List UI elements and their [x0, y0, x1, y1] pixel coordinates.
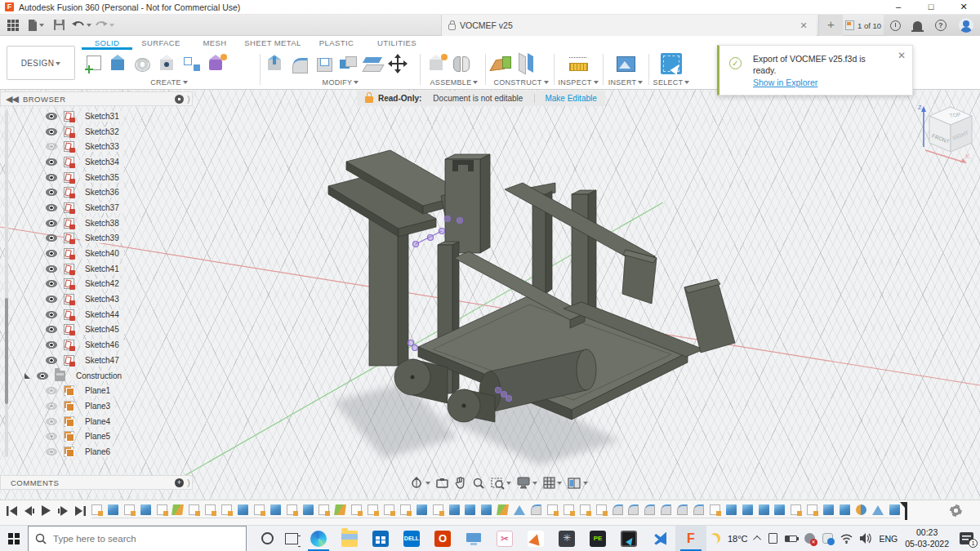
browser-item-sketch45[interactable]: Sketch45 — [0, 322, 193, 338]
visibility-eye-icon[interactable] — [46, 158, 57, 166]
sync-error-icon[interactable] — [804, 533, 815, 544]
taskbar-app-capture[interactable] — [613, 526, 644, 551]
sketch-feature-icon[interactable] — [254, 504, 265, 515]
start-button[interactable] — [0, 526, 28, 551]
taskbar-search[interactable] — [28, 526, 247, 551]
browser-item-sketch38[interactable]: Sketch38 — [0, 216, 193, 231]
plane-feature-icon[interactable] — [334, 504, 346, 515]
step-back-button[interactable] — [24, 506, 34, 516]
create-form-icon[interactable] — [206, 53, 227, 74]
extrude-feature-icon[interactable] — [759, 504, 769, 515]
browser-item-plane1[interactable]: Plane1 — [0, 383, 193, 398]
visibility-eye-icon[interactable] — [37, 372, 48, 380]
visibility-eye-icon[interactable] — [46, 357, 57, 364]
notification-close-icon[interactable]: ✕ — [898, 50, 906, 61]
fillet-feature-icon[interactable] — [531, 504, 541, 515]
sketch-feature-icon[interactable] — [710, 504, 720, 515]
tablet-mode-icon[interactable] — [768, 533, 777, 544]
undo-icon[interactable] — [72, 17, 91, 33]
viewports-icon[interactable] — [568, 478, 588, 489]
browser-item-construction[interactable]: Construction — [0, 368, 193, 384]
browser-item-plane4[interactable]: Plane4 — [0, 414, 193, 429]
browser-item-sketch35[interactable]: Sketch35 — [0, 170, 193, 185]
visibility-eye-icon[interactable] — [46, 174, 57, 181]
browser-item-sketch39[interactable]: Sketch39 — [0, 231, 193, 247]
select-group-label[interactable]: SELECT — [652, 78, 691, 87]
insert-canvas-icon[interactable] — [615, 53, 636, 74]
sketch-feature-icon[interactable] — [205, 504, 216, 515]
document-tab-close-icon[interactable]: ✕ — [797, 20, 810, 31]
extrude-feature-icon[interactable] — [481, 504, 492, 515]
browser-item-sketch37[interactable]: Sketch37 — [0, 200, 193, 216]
visibility-eye-icon[interactable] — [46, 204, 57, 211]
volume-icon[interactable] — [860, 533, 872, 544]
close-button[interactable]: ✕ — [947, 0, 980, 15]
browser-item-sketch47[interactable]: Sketch47 — [0, 353, 193, 368]
wifi-icon[interactable] — [840, 534, 853, 544]
sketch-feature-icon[interactable] — [807, 504, 817, 515]
visibility-eye-icon[interactable] — [46, 250, 57, 257]
3d-viewport[interactable]: Read-Only: Document is not editable Make… — [0, 90, 980, 500]
battery-icon[interactable] — [785, 535, 797, 542]
extrude-feature-icon[interactable] — [823, 504, 834, 515]
visibility-eye-icon[interactable] — [46, 113, 57, 120]
new-tab-button[interactable]: + — [818, 15, 843, 36]
comments-panel-header[interactable]: COMMENTS + ) — [0, 475, 193, 490]
fillet-feature-icon[interactable] — [612, 504, 623, 515]
maximize-button[interactable]: □ — [915, 0, 947, 15]
file-menu-icon[interactable] — [26, 17, 46, 33]
search-input[interactable] — [53, 534, 216, 544]
look-at-icon[interactable] — [436, 478, 449, 489]
sketch-feature-icon[interactable] — [400, 504, 411, 515]
construct-plane-icon[interactable] — [492, 53, 513, 74]
visibility-eye-icon[interactable] — [46, 433, 57, 440]
add-comment-icon[interactable]: + — [175, 478, 184, 487]
fillet-feature-icon[interactable] — [693, 504, 704, 515]
action-center-icon[interactable]: 1 — [960, 532, 973, 544]
create-group-label[interactable]: CREATE — [83, 78, 255, 87]
fillet-feature-icon[interactable] — [677, 504, 688, 515]
visibility-eye-icon[interactable] — [46, 143, 57, 150]
extrude-feature-icon[interactable] — [416, 504, 427, 515]
document-counter[interactable]: 1 of 10 — [845, 15, 881, 36]
shell-icon[interactable] — [314, 53, 335, 74]
fillet-feature-icon[interactable] — [644, 504, 655, 515]
job-status-icon[interactable] — [890, 20, 901, 31]
taskbar-app-vscode[interactable] — [644, 526, 675, 551]
browser-item-plane5[interactable]: Plane5 — [0, 429, 193, 444]
taskbar-app-snip[interactable]: ✂ — [489, 526, 520, 551]
browser-item-plane6[interactable]: Plane6 — [0, 444, 193, 460]
collapse-panel-icon[interactable]: ◀◀ — [6, 94, 18, 104]
sketch-feature-icon[interactable] — [384, 504, 394, 515]
timeline-position-marker[interactable] — [905, 502, 907, 520]
sketch-feature-icon[interactable] — [596, 504, 607, 515]
user-avatar[interactable] — [959, 18, 973, 33]
browser-item-sketch33[interactable]: Sketch33 — [0, 139, 193, 154]
revolve-icon[interactable] — [132, 53, 154, 74]
extrude-feature-icon[interactable] — [774, 504, 785, 515]
extrude-feature-icon[interactable] — [108, 504, 118, 515]
visibility-eye-icon[interactable] — [46, 128, 57, 136]
make-editable-link[interactable]: Make Editable — [534, 94, 596, 103]
tab-solid[interactable]: SOLID — [82, 36, 132, 50]
tray-expand-chevron-icon[interactable] — [753, 535, 761, 544]
browser-item-sketch36[interactable]: Sketch36 — [0, 184, 193, 200]
fillet-feature-icon[interactable] — [628, 504, 639, 515]
visibility-eye-icon[interactable] — [46, 387, 57, 394]
skip-to-start-button[interactable] — [7, 506, 17, 516]
browser-item-sketch34[interactable]: Sketch34 — [0, 154, 193, 170]
extrude-feature-icon[interactable] — [449, 504, 460, 515]
orbit-icon[interactable] — [410, 476, 430, 490]
timeline-settings-gear-icon[interactable] — [950, 504, 962, 517]
sketch-feature-icon[interactable] — [221, 504, 232, 515]
sketch-feature-icon[interactable] — [318, 504, 329, 515]
browser-item-sketch44[interactable]: Sketch44 — [0, 307, 193, 322]
workspace-selector[interactable]: DESIGN — [7, 46, 75, 80]
view-cube[interactable]: TOP FRONT RIGHT Z X — [913, 96, 980, 168]
extrude-feature-icon[interactable] — [303, 504, 314, 515]
visibility-eye-icon[interactable] — [46, 418, 57, 425]
panel-drag-handle[interactable]: ) — [187, 478, 190, 487]
expander-icon[interactable] — [24, 373, 30, 379]
triangle-feature-icon[interactable] — [872, 505, 884, 515]
weather-moon-icon[interactable] — [710, 533, 720, 544]
